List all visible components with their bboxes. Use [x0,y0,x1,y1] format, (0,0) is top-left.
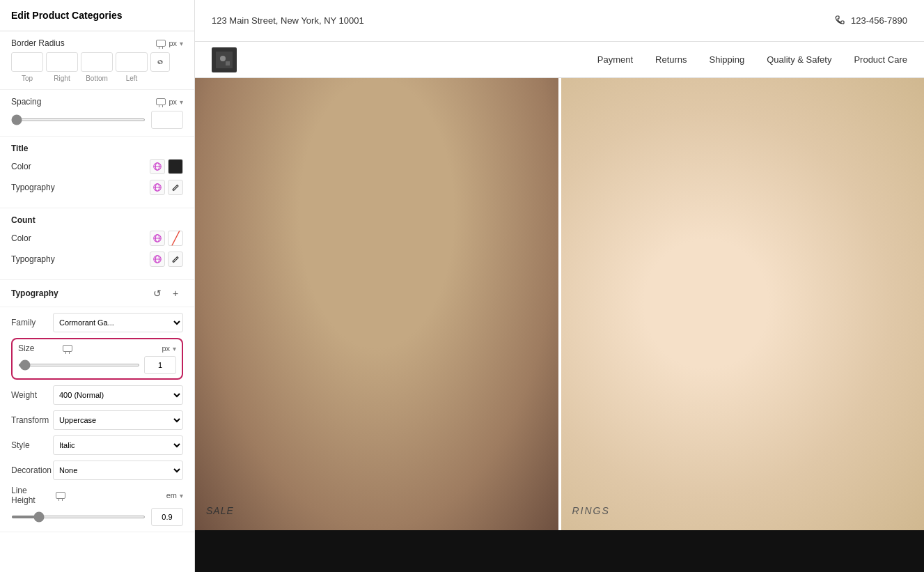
site-nav: Payment Returns Shipping Quality & Safet… [195,42,924,78]
nav-shipping[interactable]: Shipping [710,54,745,65]
product-area: SALE RINGS [195,78,924,572]
weight-label: Weight [11,390,53,400]
size-slider[interactable] [18,364,140,366]
typography-reset-button[interactable]: ↺ [150,286,165,301]
typography-add-button[interactable]: + [168,286,183,301]
line-height-monitor-icon[interactable] [56,492,65,499]
logo-icon [216,52,233,68]
decoration-select[interactable]: None Underline Overline Line-through [53,461,183,480]
style-label: Style [11,440,53,450]
border-radius-link-button[interactable] [150,52,170,72]
title-color-globe[interactable] [150,159,165,174]
product-label-rings: RINGS [572,505,610,516]
spacing-value-input[interactable] [151,111,183,129]
count-color-globe[interactable] [150,231,165,246]
border-radius-bottom[interactable] [81,52,113,72]
phone-icon [834,15,845,26]
panel-title: Edit Product Categories [11,10,122,21]
monitor-icon[interactable] [156,40,166,47]
link-icon [156,58,164,66]
spacing-unit-chevron[interactable]: ▾ [180,98,183,106]
title-color-label: Color [11,162,31,171]
phone-number: 123-456-7890 [851,15,907,26]
black-bar [195,530,924,572]
transform-select[interactable]: Uppercase None Lowercase Capitalize [53,410,183,430]
nav-links: Payment Returns Shipping Quality & Safet… [597,54,907,65]
site-phone: 123-456-7890 [834,15,907,26]
size-monitor-icon[interactable] [63,345,72,352]
product-image-left[interactable]: SALE [195,78,558,530]
line-height-value-input[interactable] [151,508,183,526]
line-height-label: Line Height [11,486,53,505]
right-panel: 123 Main Street, New York, NY 10001 123-… [195,0,924,572]
br-label-left: Left [116,75,148,82]
title-section-label: Title [11,144,183,153]
spacing-monitor-icon[interactable] [156,98,166,105]
count-color-label: Color [11,233,31,243]
spacing-label: Spacing [11,97,41,107]
site-address: 123 Main Street, New York, NY 10001 [212,15,364,26]
nav-logo[interactable] [212,47,237,72]
size-unit-label: px [162,344,170,353]
nav-returns[interactable]: Returns [655,54,687,65]
nav-quality-safety[interactable]: Quality & Safety [767,54,831,65]
count-pencil-svg [171,255,180,263]
title-color-swatch[interactable] [168,159,183,174]
spacing-slider[interactable] [11,118,146,121]
line-height-unit-chevron[interactable]: ▾ [180,492,183,500]
br-label-right: Right [46,75,78,82]
weight-select[interactable]: 400 (Normal) 100 (Thin) 300 (Light) 700 … [53,385,183,405]
size-unit-chevron[interactable]: ▾ [173,345,176,353]
border-radius-right[interactable] [46,52,78,72]
svg-rect-14 [226,61,230,65]
decoration-label: Decoration [11,465,53,475]
title-typography-globe-svg [152,183,162,192]
title-typography-globe[interactable] [150,180,165,195]
spacing-unit[interactable]: px [169,98,177,106]
family-select[interactable]: Cormorant Ga... [53,313,183,332]
line-height-slider[interactable] [11,516,146,518]
pencil-svg [171,183,180,192]
border-radius-unit-chevron[interactable]: ▾ [180,40,183,47]
product-label-sale: SALE [206,505,234,516]
br-label-bottom: Bottom [81,75,113,82]
count-globe-svg [152,233,162,243]
size-value-input[interactable] [144,356,176,374]
nav-payment[interactable]: Payment [597,54,633,65]
size-label: Size [18,343,60,353]
style-select[interactable]: Italic Normal Oblique [53,435,183,455]
count-typography-label: Typography [11,254,55,264]
family-label: Family [11,318,53,327]
line-height-unit: em [166,491,177,500]
svg-point-13 [220,56,226,61]
border-radius-top[interactable] [11,52,43,72]
product-image-right[interactable]: RINGS [558,78,925,530]
count-color-slash[interactable]: ╱ [168,231,183,246]
border-radius-left[interactable] [116,52,148,72]
title-typography-label: Typography [11,183,55,192]
border-radius-unit[interactable]: px [169,39,177,47]
panel-header: Edit Product Categories [0,0,194,31]
site-header: 123 Main Street, New York, NY 10001 123-… [195,0,924,42]
nav-product-care[interactable]: Product Care [854,54,907,65]
globe-svg [152,162,162,171]
border-radius-label: Border Radius [11,38,65,48]
transform-label: Transform [11,415,53,425]
product-images: SALE RINGS [195,78,924,530]
typography-section-label: Typography [11,288,58,298]
count-typography-globe-svg [152,254,162,264]
count-typography-pencil[interactable] [168,252,183,267]
count-section-label: Count [11,215,183,225]
br-label-top: Top [11,75,43,82]
count-typography-globe[interactable] [150,252,165,267]
title-typography-pencil[interactable] [168,180,183,195]
